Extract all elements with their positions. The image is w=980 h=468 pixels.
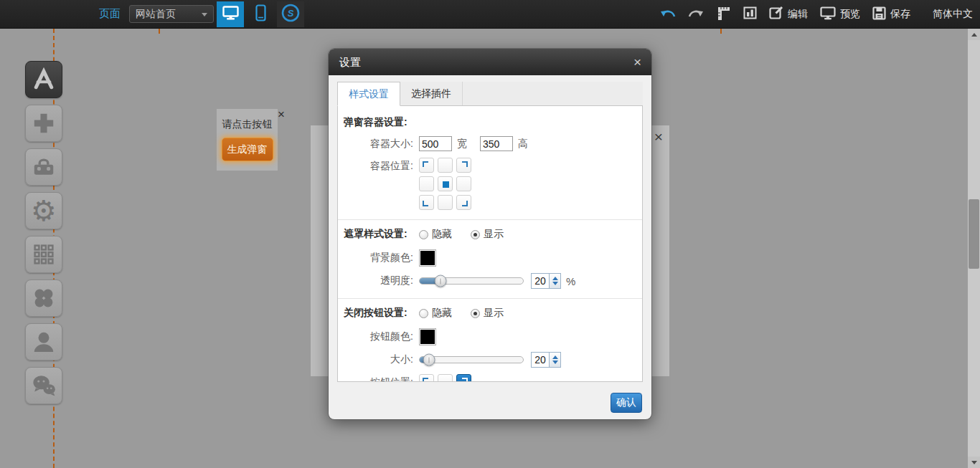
size-slider[interactable] bbox=[419, 356, 524, 363]
stepper-up-icon bbox=[552, 277, 558, 280]
opacity-slider-thumb[interactable] bbox=[434, 275, 446, 287]
tab-choose-plugin[interactable]: 选择插件 bbox=[400, 82, 463, 105]
radio-checked[interactable] bbox=[471, 230, 480, 239]
stats-button[interactable] bbox=[743, 6, 757, 22]
container-position-grid bbox=[419, 158, 471, 210]
tab-style-settings[interactable]: 样式设置 bbox=[337, 82, 400, 106]
close-button-size-input[interactable] bbox=[531, 352, 549, 368]
position-cell[interactable] bbox=[438, 158, 453, 173]
container-size-label: 容器大小: bbox=[338, 138, 413, 151]
opacity-stepper[interactable] bbox=[549, 273, 561, 289]
desktop-icon bbox=[222, 6, 239, 22]
generate-popup-button[interactable]: 生成弹窗 bbox=[222, 138, 273, 161]
edit-label: 编辑 bbox=[788, 8, 808, 21]
language-switcher[interactable]: 简体中文 bbox=[933, 8, 973, 21]
link-mode-button[interactable]: S bbox=[277, 1, 304, 27]
widget-close-icon[interactable]: × bbox=[278, 108, 285, 122]
redo-button[interactable] bbox=[688, 8, 705, 21]
sidebar-item-add[interactable] bbox=[25, 105, 62, 142]
opacity-unit-label: % bbox=[566, 275, 575, 287]
widget-prompt: 请点击按钮 bbox=[217, 118, 278, 131]
save-icon bbox=[872, 6, 886, 22]
page-scrollbar[interactable] bbox=[968, 29, 980, 468]
sidebar-item-components[interactable] bbox=[25, 280, 62, 317]
toolbox-icon bbox=[29, 153, 58, 181]
sidebar-item-toolbox[interactable] bbox=[25, 148, 62, 186]
position-cell-dot[interactable] bbox=[438, 176, 453, 191]
gear-icon: ⚙ bbox=[31, 196, 57, 225]
sidebar-item-wechat[interactable] bbox=[25, 367, 62, 404]
confirm-button[interactable]: 确认 bbox=[611, 393, 642, 413]
user-icon bbox=[30, 328, 57, 355]
desktop-view-button[interactable] bbox=[217, 1, 244, 27]
modal-tabs: 样式设置 选择插件 bbox=[337, 82, 643, 106]
ruler-button[interactable] bbox=[717, 6, 731, 23]
ruler-icon bbox=[717, 6, 731, 23]
save-label: 保存 bbox=[890, 8, 910, 21]
opacity-slider[interactable] bbox=[419, 277, 524, 285]
position-cell-tr[interactable] bbox=[456, 158, 471, 173]
sidebar-item-plugins[interactable] bbox=[25, 61, 62, 98]
app-plugins-icon bbox=[29, 66, 58, 93]
scrollbar-thumb[interactable] bbox=[969, 199, 979, 269]
sidebar-item-settings[interactable]: ⚙ bbox=[25, 192, 62, 229]
position-cell[interactable] bbox=[419, 176, 434, 191]
preview-monitor-icon bbox=[820, 6, 836, 22]
mask-section-heading: 遮罩样式设置: bbox=[338, 228, 413, 241]
modal-title-bar: 设置 × bbox=[329, 49, 651, 75]
save-button[interactable]: 保存 bbox=[872, 6, 910, 22]
stepper-up-icon bbox=[552, 355, 558, 359]
position-cell-tl[interactable] bbox=[419, 158, 434, 173]
edit-icon bbox=[769, 6, 783, 22]
position-cell[interactable] bbox=[456, 176, 471, 191]
mask-visibility-radios: 隐藏显示 bbox=[419, 228, 522, 241]
preview-label: 预览 bbox=[840, 8, 860, 21]
mobile-view-button[interactable] bbox=[247, 1, 274, 27]
mobile-icon bbox=[255, 4, 266, 24]
scroll-down-arrow-icon[interactable] bbox=[968, 457, 980, 468]
position-cell-tl[interactable] bbox=[419, 374, 434, 382]
close-button-position-label: 按钮位置: bbox=[338, 374, 413, 382]
close-button-color-swatch[interactable] bbox=[419, 328, 436, 345]
mask-color-swatch[interactable] bbox=[419, 249, 436, 267]
page-select-value: 网站首页 bbox=[136, 8, 176, 21]
stepper-down-icon bbox=[552, 282, 558, 285]
close-button-size-label: 大小: bbox=[338, 353, 413, 366]
add-plus-icon bbox=[30, 110, 57, 137]
redo-icon bbox=[688, 8, 705, 21]
width-unit-label: 宽 bbox=[457, 138, 467, 151]
container-position-label: 容器位置: bbox=[338, 158, 413, 173]
container-width-input[interactable] bbox=[419, 136, 452, 151]
size-slider-thumb[interactable] bbox=[423, 354, 435, 366]
popup-close-icon[interactable]: × bbox=[654, 128, 663, 145]
position-cell-bl[interactable] bbox=[419, 195, 434, 210]
mask-opacity-label: 透明度: bbox=[338, 274, 413, 287]
stepper-down-icon bbox=[552, 360, 558, 364]
modal-close-icon[interactable]: × bbox=[633, 49, 641, 75]
size-stepper[interactable] bbox=[549, 352, 561, 368]
radio-unchecked[interactable] bbox=[419, 230, 428, 239]
position-cell[interactable] bbox=[438, 195, 453, 210]
wechat-icon bbox=[29, 373, 58, 398]
edit-button[interactable]: 编辑 bbox=[769, 6, 808, 22]
opacity-value-input[interactable] bbox=[531, 273, 549, 289]
scroll-up-arrow-icon[interactable] bbox=[968, 29, 980, 40]
section-divider bbox=[338, 298, 642, 299]
position-cell-tr[interactable] bbox=[456, 374, 471, 382]
position-cell-br[interactable] bbox=[456, 195, 471, 210]
modal-body: 样式设置 选择插件 弹窗容器设置: 容器大小: 宽 高 容器 bbox=[329, 75, 651, 413]
page-select[interactable]: 网站首页 bbox=[129, 5, 214, 23]
sidebar-item-user[interactable] bbox=[25, 323, 62, 360]
container-height-input[interactable] bbox=[480, 136, 513, 151]
undo-button[interactable] bbox=[659, 8, 676, 21]
position-cell[interactable] bbox=[438, 374, 453, 382]
container-section-heading: 弹窗容器设置: bbox=[338, 116, 413, 129]
close-button-visibility-radios: 隐藏显示 bbox=[419, 307, 522, 320]
sidebar-item-modules[interactable] bbox=[25, 236, 62, 273]
radio-unchecked[interactable] bbox=[419, 309, 428, 318]
radio-checked[interactable] bbox=[471, 309, 480, 318]
guide-tick-left bbox=[159, 29, 160, 34]
preview-button[interactable]: 预览 bbox=[820, 6, 860, 22]
height-unit-label: 高 bbox=[518, 138, 528, 151]
trigger-widget[interactable]: 请点击按钮 生成弹窗 bbox=[217, 109, 278, 171]
